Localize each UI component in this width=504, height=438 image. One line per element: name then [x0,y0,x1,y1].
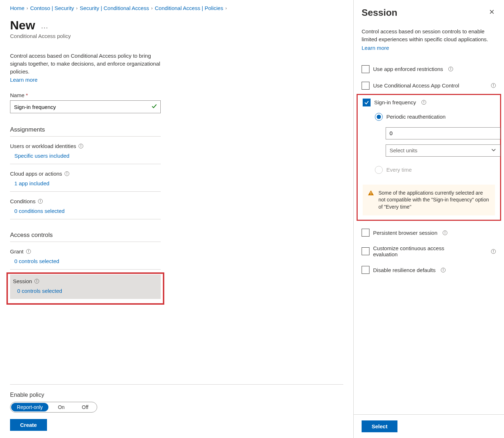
select-button[interactable]: Select [362,420,397,432]
select-placeholder: Select units [390,147,418,153]
info-icon[interactable] [421,100,427,105]
create-button[interactable]: Create [10,419,47,431]
session-highlight-box: Session 0 controls selected [6,272,164,305]
option-signin-frequency[interactable]: Sign-in frequency [363,99,495,106]
info-icon[interactable] [78,143,84,149]
page-subtitle: Conditional Access policy [10,33,343,39]
setting-grant-label: Grant [10,248,24,254]
svg-rect-24 [371,192,371,194]
enable-policy-label: Enable policy [10,392,343,398]
conditions-value-link[interactable]: 0 conditions selected [10,208,65,214]
svg-point-14 [37,280,37,280]
svg-point-8 [40,200,41,200]
enable-option-off[interactable]: Off [73,402,97,412]
frequency-number-input[interactable] [386,127,500,139]
svg-rect-25 [371,194,371,195]
checkbox-ca-app-control[interactable] [362,82,369,90]
apps-value-link[interactable]: 1 app included [10,180,50,186]
option-ca-app-control[interactable]: Use Conditional Access App Control [362,82,496,90]
svg-point-31 [493,250,494,251]
checkbox-continuous-access[interactable] [362,247,369,255]
setting-conditions[interactable]: Conditions 0 conditions selected [10,195,161,219]
checkbox-signin-frequency[interactable] [363,99,371,106]
radio-periodic-control[interactable] [375,113,383,121]
name-input[interactable] [10,100,161,113]
checkmark-icon [151,104,157,110]
signin-frequency-highlight: Sign-in frequency Periodic reauthenticat… [357,94,501,221]
svg-point-23 [424,101,424,101]
chevron-right-icon: › [27,6,28,11]
users-value-link[interactable]: Specific users included [10,153,69,159]
svg-point-2 [81,145,81,145]
info-icon[interactable] [442,230,448,235]
warning-icon [368,190,374,198]
access-controls-header: Access controls [10,232,161,242]
required-indicator: * [26,92,28,98]
breadcrumb-security-ca[interactable]: Security | Conditional Access [80,5,149,11]
svg-point-5 [67,172,67,173]
close-icon[interactable] [487,8,496,18]
option-app-enforced[interactable]: Use app enforced restrictions [362,65,496,73]
info-icon[interactable] [34,278,39,284]
option-label: Disable resilience defaults [373,267,435,273]
option-persistent-browser[interactable]: Persistent browser session [362,229,496,237]
grant-value-link[interactable]: 0 controls selected [10,258,59,264]
setting-users[interactable]: Users or workload identities Specific us… [10,140,161,164]
breadcrumb-contoso-security[interactable]: Contoso | Security [30,5,74,11]
svg-point-17 [451,68,451,68]
info-icon[interactable] [38,199,43,204]
info-icon[interactable] [441,267,446,273]
page-description: Control access based on Conditional Acce… [10,52,161,75]
chevron-right-icon: › [76,6,77,11]
page-title: New [10,18,35,32]
option-continuous-access[interactable]: Customize continuous access evaluation [362,245,496,257]
option-label: Customize continuous access evaluation [373,245,459,257]
panel-description: Control access based on session controls… [362,28,496,43]
radio-every-time[interactable]: Every time [375,166,495,174]
frequency-units-select[interactable]: Select units [386,144,500,157]
session-value-link[interactable]: 0 controls selected [13,288,62,294]
setting-conditions-label: Conditions [10,198,36,204]
enable-option-report-only[interactable]: Report-only [11,403,48,411]
checkbox-app-enforced[interactable] [362,65,369,73]
assignments-header: Assignments [10,126,161,137]
warning-text: Some of the applications currently selec… [378,190,489,210]
svg-point-11 [28,250,28,251]
breadcrumb: Home › Contoso | Security › Security | C… [10,5,343,11]
info-icon[interactable] [64,171,70,176]
learn-more-link[interactable]: Learn more [10,77,343,83]
radio-periodic[interactable]: Periodic reauthentication [375,113,495,121]
svg-point-34 [443,269,443,269]
chevron-right-icon: › [151,6,152,11]
panel-learn-more-link[interactable]: Learn more [362,45,389,51]
option-label: Use Conditional Access App Control [373,82,459,89]
setting-apps[interactable]: Cloud apps or actions 1 app included [10,168,161,192]
radio-every-time-control[interactable] [375,166,383,174]
option-label: Use app enforced restrictions [373,66,443,72]
more-menu-button[interactable]: ⋯ [41,19,48,32]
option-disable-resilience[interactable]: Disable resilience defaults [362,266,496,274]
setting-apps-label: Cloud apps or actions [10,171,62,177]
info-icon[interactable] [26,249,31,254]
panel-title: Session [362,7,397,18]
enable-option-on[interactable]: On [49,402,73,412]
info-icon[interactable] [491,83,496,88]
breadcrumb-home[interactable]: Home [10,5,24,11]
info-icon[interactable] [491,249,496,254]
svg-point-28 [445,232,445,232]
radio-label: Periodic reauthentication [386,114,446,120]
setting-users-label: Users or workload identities [10,143,76,149]
checkbox-disable-resilience[interactable] [362,266,369,274]
option-label: Sign-in frequency [374,99,416,105]
checkbox-persistent-browser[interactable] [362,229,369,237]
svg-point-20 [493,84,494,85]
option-label: Persistent browser session [373,230,437,236]
warning-message: Some of the applications currently selec… [363,185,495,216]
breadcrumb-ca-policies[interactable]: Conditional Access | Policies [155,5,223,11]
setting-session-label: Session [13,278,32,284]
setting-grant[interactable]: Grant 0 controls selected [10,246,161,270]
setting-session[interactable]: Session 0 controls selected [10,275,161,299]
info-icon[interactable] [448,66,453,72]
radio-label: Every time [386,167,412,173]
name-label: Name * [10,92,343,98]
